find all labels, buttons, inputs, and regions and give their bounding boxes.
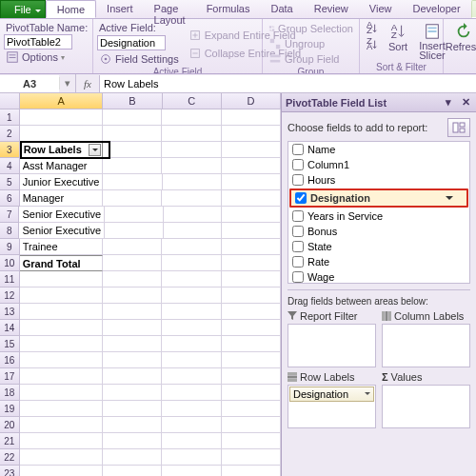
cell[interactable]: Trainee [20, 239, 104, 255]
cell[interactable] [103, 449, 162, 466]
cell[interactable] [222, 142, 281, 158]
cell[interactable] [222, 336, 281, 352]
cell[interactable] [162, 417, 221, 433]
row-header[interactable]: 22 [0, 449, 20, 466]
field-checkbox[interactable] [292, 241, 304, 252]
field-settings-button[interactable]: Field Settings [97, 51, 181, 67]
layout-options-button[interactable] [447, 118, 470, 137]
cell[interactable] [162, 126, 221, 142]
cell[interactable] [222, 223, 281, 239]
field-item[interactable]: Hours [288, 172, 469, 188]
cell[interactable] [222, 158, 281, 174]
tab-home[interactable]: Home [46, 0, 96, 18]
fx-button[interactable]: fx [76, 78, 99, 89]
cell[interactable] [162, 109, 221, 126]
row-header[interactable]: 13 [0, 304, 20, 320]
cell[interactable] [222, 368, 281, 385]
cell[interactable] [222, 304, 281, 320]
cell[interactable] [103, 288, 162, 304]
cell[interactable] [162, 433, 221, 449]
cell[interactable] [103, 109, 162, 126]
cell[interactable] [162, 352, 221, 368]
tab-insert[interactable]: Insert [96, 0, 144, 18]
sort-asc-button[interactable]: AZ [364, 21, 381, 36]
sort-button[interactable]: AZ Sort [385, 21, 411, 54]
cell[interactable] [222, 417, 281, 433]
pane-close-button[interactable]: ✕ [459, 96, 472, 109]
cell[interactable] [162, 449, 221, 466]
cell[interactable] [20, 368, 104, 385]
field-item[interactable]: State [288, 239, 469, 254]
cell[interactable] [103, 304, 162, 320]
cell[interactable] [162, 190, 221, 207]
row-header[interactable]: 21 [0, 433, 20, 449]
field-checkbox[interactable] [292, 144, 304, 155]
cell[interactable]: Row Labels [20, 142, 104, 158]
cell[interactable] [162, 320, 221, 336]
cell[interactable] [20, 336, 104, 352]
refresh-button[interactable]: Refresh [447, 21, 476, 54]
cell[interactable] [222, 466, 281, 476]
cell[interactable] [20, 320, 104, 336]
group-field-button[interactable]: Group Field [267, 51, 355, 67]
row-header[interactable]: 12 [0, 288, 20, 304]
row-header[interactable]: 2 [0, 126, 20, 142]
field-item[interactable]: Years in Service [288, 208, 469, 224]
cell[interactable] [103, 417, 162, 433]
cell[interactable] [103, 320, 162, 336]
area-values[interactable] [382, 385, 470, 428]
cell[interactable] [103, 190, 162, 207]
cell[interactable] [20, 126, 104, 142]
cell[interactable] [20, 449, 104, 466]
tab-developer[interactable]: Developer [402, 0, 470, 18]
sort-desc-button[interactable]: ZA [364, 37, 381, 52]
cell[interactable] [103, 385, 162, 401]
cell[interactable]: Senior Executive [19, 223, 105, 239]
cell[interactable] [20, 466, 104, 476]
cell[interactable] [103, 352, 162, 368]
cell[interactable] [222, 401, 281, 417]
cell[interactable] [162, 239, 221, 255]
cell[interactable] [222, 174, 281, 190]
tab-file[interactable]: File [0, 0, 46, 18]
tab-options[interactable]: Option [471, 0, 476, 18]
cell[interactable] [20, 109, 104, 126]
row-header[interactable]: 4 [0, 158, 20, 174]
cell[interactable] [20, 271, 104, 288]
field-item[interactable]: Bonus [288, 224, 469, 239]
cell[interactable] [164, 223, 223, 239]
cell[interactable] [162, 336, 221, 352]
cell[interactable] [222, 126, 281, 142]
cell[interactable]: Senior Executive [19, 207, 105, 223]
cell[interactable] [162, 368, 221, 385]
field-checkbox[interactable] [292, 174, 304, 186]
cell[interactable] [20, 352, 104, 368]
col-header-b[interactable]: B [103, 93, 162, 109]
row-header[interactable]: 16 [0, 352, 20, 368]
row-header[interactable]: 17 [0, 368, 20, 385]
area-row-labels[interactable]: Designation [288, 385, 376, 428]
tab-page-layout[interactable]: Page Layout [144, 0, 196, 18]
field-checkbox[interactable] [292, 210, 304, 222]
cell[interactable] [162, 271, 221, 288]
row-header[interactable]: 3 [0, 142, 20, 158]
cell[interactable] [162, 288, 221, 304]
tab-data[interactable]: Data [260, 0, 303, 18]
cell[interactable] [222, 109, 281, 126]
row-header[interactable]: 23 [0, 466, 20, 476]
col-header-d[interactable]: D [222, 93, 281, 109]
cell[interactable] [20, 288, 104, 304]
field-list[interactable]: NameColumn1HoursDesignationYears in Serv… [288, 141, 470, 284]
cell[interactable] [222, 288, 281, 304]
cell[interactable] [163, 174, 222, 190]
field-item[interactable]: Name [288, 142, 469, 157]
cell[interactable] [222, 320, 281, 336]
select-all-corner[interactable] [0, 93, 20, 109]
field-item[interactable]: Wage [288, 269, 469, 284]
name-box-dropdown[interactable]: ▾ [59, 77, 74, 89]
cell[interactable] [103, 126, 162, 142]
worksheet-grid[interactable]: A B C D 123Row Labels4Asst Manager5Junio… [0, 93, 281, 476]
cell[interactable] [20, 385, 104, 401]
field-item[interactable]: Column1 [288, 157, 469, 172]
cell[interactable] [103, 255, 162, 271]
